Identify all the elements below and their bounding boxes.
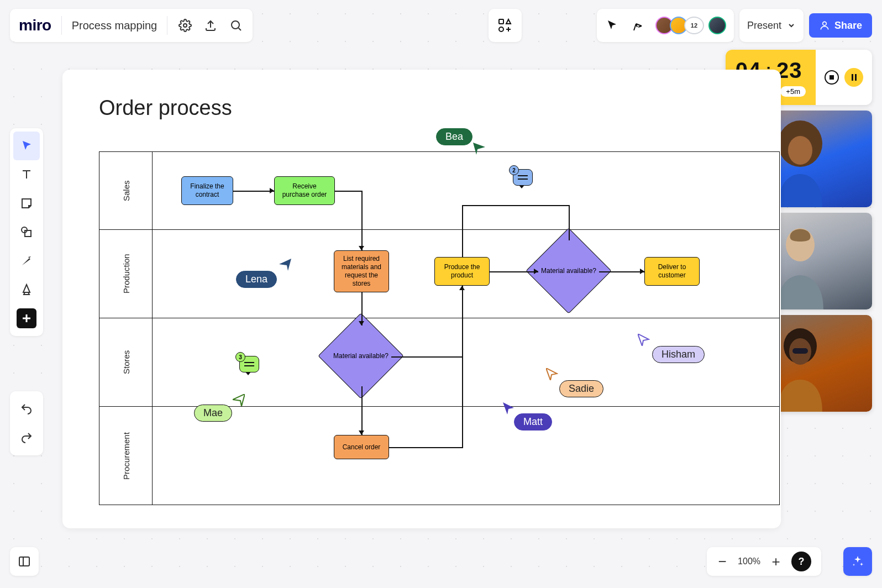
collaborator-avatars[interactable]: 12 xyxy=(655,17,726,34)
share-label: Share xyxy=(834,20,862,32)
lane-label[interactable]: Sales xyxy=(99,152,153,229)
search-icon[interactable] xyxy=(228,18,244,33)
svg-marker-19 xyxy=(638,334,649,346)
comment-bubble[interactable]: 2 xyxy=(513,169,533,186)
export-icon[interactable] xyxy=(203,18,218,33)
left-toolbar xyxy=(10,128,43,336)
frames-panel-toggle[interactable] xyxy=(10,547,39,576)
edge xyxy=(335,191,361,192)
redo-button[interactable] xyxy=(13,423,40,452)
svg-rect-11 xyxy=(792,348,808,354)
lane-divider xyxy=(99,318,779,318)
svg-point-7 xyxy=(788,136,812,165)
lane-label[interactable]: Stores xyxy=(99,318,153,406)
timer-pause-button[interactable] xyxy=(844,68,863,87)
divider xyxy=(61,16,62,35)
edge xyxy=(599,271,644,272)
avatar[interactable] xyxy=(708,17,726,34)
node-receive-po[interactable]: Receive purchase order xyxy=(274,176,335,205)
miro-logo[interactable]: miro xyxy=(19,17,51,34)
svg-marker-17 xyxy=(503,402,514,414)
lane-label[interactable]: Procurement xyxy=(99,406,153,506)
node-cancel-order[interactable]: Cancel order xyxy=(334,435,389,459)
arrowhead-icon xyxy=(359,246,364,250)
arrowhead-icon xyxy=(640,269,644,274)
timer-stop-button[interactable] xyxy=(825,70,839,85)
svg-rect-20 xyxy=(19,557,29,566)
cursor-pointer-icon xyxy=(503,402,515,414)
node-finalize-contract[interactable]: Finalize the contract xyxy=(181,176,233,205)
undo-button[interactable] xyxy=(13,395,40,423)
svg-marker-18 xyxy=(546,368,557,380)
lane-divider xyxy=(99,229,779,230)
zoom-value[interactable]: 100% xyxy=(738,556,760,566)
frame-title[interactable]: Order process xyxy=(99,96,232,120)
cursor-label: Mae xyxy=(194,405,232,422)
select-tool[interactable] xyxy=(13,132,40,160)
node-list-materials[interactable]: List required materials and request the … xyxy=(334,250,389,292)
edge xyxy=(569,205,570,240)
add-more-tools[interactable] xyxy=(17,308,36,328)
shape-tool[interactable] xyxy=(13,218,40,246)
svg-marker-14 xyxy=(473,143,485,155)
zoom-out-button[interactable]: − xyxy=(717,553,728,570)
edge xyxy=(462,205,463,257)
ai-assist-button[interactable] xyxy=(843,547,872,576)
top-left-toolbar: miro Process mapping xyxy=(10,9,253,42)
present-dropdown[interactable]: Present xyxy=(739,9,804,42)
top-right-toolbar: 12 Present Share xyxy=(597,9,872,42)
comment-count-badge: 2 xyxy=(509,165,519,175)
zoom-in-button[interactable]: + xyxy=(770,553,781,570)
arrowhead-icon xyxy=(534,269,538,274)
sticky-note-tool[interactable] xyxy=(13,189,40,218)
arrowhead-icon xyxy=(359,431,364,435)
help-button[interactable]: ? xyxy=(791,552,811,571)
lane-label[interactable]: Production xyxy=(99,229,153,318)
divider xyxy=(167,16,167,35)
apps-button[interactable] xyxy=(489,9,522,42)
reactions-icon[interactable] xyxy=(630,18,645,33)
cursor-label: Bea xyxy=(436,128,473,145)
comment-bubble[interactable]: 3 xyxy=(239,356,259,372)
cursor-pointer-icon xyxy=(473,143,485,155)
svg-point-1 xyxy=(232,21,239,29)
edge xyxy=(361,292,363,326)
cursor-label: Hisham xyxy=(652,346,705,363)
edge xyxy=(490,271,538,272)
share-button[interactable]: Share xyxy=(809,13,872,38)
settings-icon[interactable] xyxy=(177,18,193,33)
chevron-down-icon xyxy=(787,21,796,30)
cursor-label: Sadie xyxy=(559,380,603,397)
present-label: Present xyxy=(747,20,781,32)
comment-count-badge: 3 xyxy=(235,352,245,362)
edge xyxy=(462,286,463,448)
connector-tool[interactable] xyxy=(13,246,40,275)
node-deliver-customer[interactable]: Deliver to customer xyxy=(644,257,700,286)
node-material-available-1[interactable]: Material available? xyxy=(330,326,391,386)
cursor-pointer-icon xyxy=(279,259,291,271)
svg-point-0 xyxy=(183,24,187,27)
svg-marker-3 xyxy=(506,19,511,24)
board-name[interactable]: Process mapping xyxy=(72,19,158,32)
text-tool[interactable] xyxy=(13,160,40,189)
cursor-label: Matt xyxy=(514,413,552,431)
cursor-tracking-icon[interactable] xyxy=(605,18,620,33)
edge xyxy=(233,191,274,192)
swimlane-container[interactable]: Sales Production Stores Procurement Fina… xyxy=(99,151,780,505)
svg-point-4 xyxy=(499,27,503,32)
pen-tool[interactable] xyxy=(13,275,40,304)
node-material-available-2[interactable]: Material available? xyxy=(538,240,599,301)
arrowhead-icon xyxy=(270,188,274,193)
board-frame[interactable]: Order process Sales Production Stores Pr… xyxy=(62,70,781,528)
cursor-pointer-icon xyxy=(638,334,650,346)
svg-point-5 xyxy=(823,22,827,25)
share-person-icon xyxy=(819,20,830,31)
avatar-overflow-count[interactable]: 12 xyxy=(684,17,704,34)
svg-rect-12 xyxy=(25,230,31,237)
cursor-pointer-icon xyxy=(546,368,558,380)
node-produce-product[interactable]: Produce the product xyxy=(434,257,490,286)
cursor-label: Lena xyxy=(236,271,277,288)
collab-box: 12 xyxy=(597,9,734,42)
undo-redo-toolbar xyxy=(10,391,43,455)
timer-add-5m[interactable]: +5m xyxy=(780,86,806,97)
